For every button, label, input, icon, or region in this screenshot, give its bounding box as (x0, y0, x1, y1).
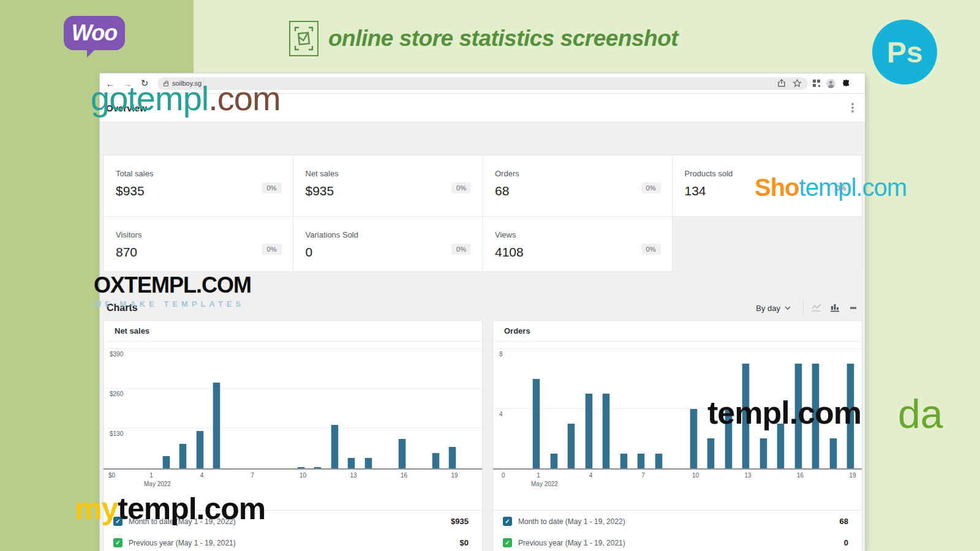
gridline (493, 408, 862, 409)
checkbox-previous-period[interactable]: ✓ (113, 538, 123, 547)
share-icon[interactable] (777, 79, 786, 88)
legend-row[interactable]: ✓Month to date (May 1 - 19, 2022)$935 (104, 511, 482, 532)
chart-bar[interactable] (602, 394, 610, 468)
stat-label: Total sales (116, 169, 281, 178)
chart-bar[interactable] (532, 379, 540, 468)
legend-row[interactable]: ✓Previous year (May 1 - 19, 2021)0 (493, 532, 862, 551)
legend-row[interactable]: ✓Month to date (May 1 - 19, 2022)68 (493, 511, 862, 532)
gridline (104, 388, 482, 389)
chevron-down-icon (785, 306, 791, 310)
chart-bar[interactable] (196, 431, 204, 469)
profile-avatar[interactable] (826, 79, 835, 88)
stat-cell[interactable]: Products sold1340% (673, 156, 862, 217)
x-axis-tick-label: 7 (636, 472, 650, 479)
legend-row[interactable]: ✓Previous year (May 1 - 19, 2021)$0 (104, 532, 482, 551)
chart-bar[interactable] (794, 364, 802, 468)
chart-bar[interactable] (314, 467, 322, 468)
charts-menu-icon[interactable] (844, 300, 862, 316)
chart-bar[interactable] (637, 454, 645, 468)
chart-bar[interactable] (777, 424, 785, 468)
chart-bar[interactable] (585, 394, 593, 468)
chart-panels: Net sales $390$260$130 $014710131619May … (103, 320, 862, 551)
stat-cell[interactable]: Net sales$9350% (293, 156, 483, 217)
chart-bar[interactable] (725, 409, 733, 469)
interval-dropdown[interactable]: By day (747, 304, 799, 313)
y-axis-tick-label: $260 (110, 391, 123, 397)
forward-icon[interactable]: → (121, 78, 134, 89)
stat-change-badge: 0% (831, 182, 851, 193)
chart-bar[interactable] (398, 439, 406, 468)
chart-bar[interactable] (655, 454, 663, 468)
qr-code-icon[interactable] (813, 80, 820, 87)
legend-label: Previous year (May 1 - 19, 2021) (129, 539, 236, 547)
chart-bar[interactable] (760, 438, 767, 468)
x-axis-tick-label: 16 (794, 472, 807, 479)
stat-value: 870 (116, 245, 281, 260)
browser-toolbar: ← → ↻ soilboy.sg (100, 73, 865, 94)
net-sales-panel-title: Net sales (104, 321, 482, 342)
stat-cell[interactable]: Views41080% (483, 217, 673, 272)
orders-panel-title: Orders (493, 321, 862, 342)
stat-change-badge: 0% (451, 244, 471, 255)
stat-cell[interactable]: Orders680% (483, 156, 673, 217)
stat-value: 0 (306, 245, 470, 260)
chart-bar[interactable] (829, 438, 837, 468)
chart-bar[interactable] (213, 383, 221, 468)
x-axis-tick-label: 4 (584, 472, 598, 479)
x-axis-month-label: May 2022 (144, 481, 171, 487)
bookmark-star-icon[interactable] (793, 79, 802, 88)
back-icon[interactable]: ← (104, 78, 117, 89)
overview-menu-icon[interactable] (851, 102, 854, 114)
y-axis-tick-label: 8 (499, 351, 503, 358)
x-axis-tick-label: 4 (195, 472, 209, 479)
checkbox-current-period[interactable]: ✓ (503, 517, 512, 526)
stat-change-badge: 0% (451, 182, 471, 193)
chart-bar[interactable] (448, 447, 456, 469)
chart-bar[interactable] (162, 456, 170, 468)
chart-bar[interactable] (812, 364, 820, 468)
stat-change-badge: 0% (262, 244, 282, 255)
stat-cell[interactable]: Total sales$9350% (104, 156, 293, 217)
summary-stats-grid: Total sales$9350%Net sales$9350%Orders68… (103, 155, 862, 271)
x-axis-tick-label: 10 (689, 472, 703, 479)
gridline (104, 428, 482, 429)
line-chart-toggle-icon[interactable] (807, 300, 826, 316)
stat-value: 4108 (495, 245, 660, 260)
bar-chart-toggle-icon[interactable] (826, 300, 844, 316)
x-axis-tick-label: 16 (398, 472, 411, 479)
banner-title: online store statistics screenshot (289, 21, 678, 56)
chart-bar[interactable] (179, 444, 187, 468)
gridline (493, 348, 862, 349)
legend-label: Previous year (May 1 - 19, 2021) (518, 539, 625, 547)
chart-bar[interactable] (742, 364, 750, 468)
orders-panel: Orders 84 014710131619May 2022 ✓Month to… (492, 320, 862, 551)
reload-icon[interactable]: ↻ (138, 78, 151, 89)
y-axis-tick-label: $130 (110, 430, 123, 437)
overview-header: Overview (100, 94, 865, 122)
legend-value: $0 (460, 538, 469, 547)
stat-label: Products sold (685, 169, 850, 178)
chart-bar[interactable] (297, 467, 305, 468)
chart-bar[interactable] (690, 409, 698, 469)
stat-cell[interactable]: Visitors8700% (104, 217, 293, 272)
stat-value: $935 (116, 184, 281, 198)
charts-section-header: Charts By day (103, 297, 862, 319)
chart-bar[interactable] (620, 454, 628, 468)
woo-logo: Woo (64, 16, 125, 50)
chart-bar[interactable] (707, 438, 715, 468)
chart-bar[interactable] (846, 364, 854, 468)
chart-bar[interactable] (347, 458, 355, 469)
stat-cell[interactable]: Variations Sold00% (293, 217, 483, 272)
y-axis-tick-label: $390 (110, 351, 123, 358)
chart-bar[interactable] (364, 458, 372, 469)
address-bar[interactable]: soilboy.sg (157, 77, 808, 90)
checkbox-current-period[interactable]: ✓ (113, 517, 123, 526)
chart-bar[interactable] (331, 425, 339, 468)
checkbox-previous-period[interactable]: ✓ (503, 538, 512, 547)
chart-bar[interactable] (432, 453, 440, 469)
chart-bar[interactable] (550, 454, 558, 468)
photoshop-badge: Ps (872, 20, 937, 84)
legend-value: $935 (451, 517, 469, 526)
extension-pin-icon[interactable] (842, 79, 851, 88)
chart-bar[interactable] (567, 424, 575, 468)
